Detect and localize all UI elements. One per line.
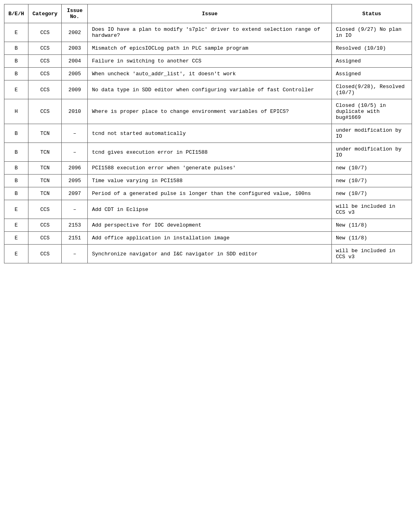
cell-category: CCS — [28, 42, 62, 55]
table-row: BCCS2003Mismatch of epicsIOCLog path in … — [4, 42, 412, 55]
cell-issue: Time value varying in PCI1588 — [88, 175, 332, 187]
cell-status: under modification by IO — [332, 143, 412, 162]
cell-issue: Add office application in installation i… — [88, 232, 332, 245]
cell-issue-no: 2097 — [62, 187, 88, 200]
cell-issue: Synchronize navigator and I&C navigator … — [88, 245, 332, 263]
cell-status: new (10/7) — [332, 175, 412, 187]
table-row: BTCN2097Period of a generated pulse is l… — [4, 187, 412, 200]
cell-status: under modification by IO — [332, 124, 412, 143]
table-row: ECCS–Synchronize navigator and I&C navig… — [4, 245, 412, 263]
table-row: BTCN2095Time value varying in PCI1588new… — [4, 175, 412, 187]
table-row: ECCS2002Does IO have a plan to modify 's… — [4, 23, 412, 42]
table-row: BTCN–tcnd not started automaticallyunder… — [4, 124, 412, 143]
cell-category: TCN — [28, 143, 62, 162]
cell-issue: Add CDT in Eclipse — [88, 200, 332, 219]
cell-beh: E — [4, 23, 28, 42]
cell-beh: B — [4, 124, 28, 143]
cell-status: Assigned — [332, 68, 412, 80]
table-row: BTCN2096PCI1588 execution error when 'ge… — [4, 162, 412, 175]
cell-issue-no: 2153 — [62, 219, 88, 232]
cell-issue-no: 2096 — [62, 162, 88, 175]
cell-category: TCN — [28, 187, 62, 200]
cell-issue-no: – — [62, 200, 88, 219]
cell-status: new (10/7) — [332, 162, 412, 175]
cell-category: CCS — [28, 68, 62, 80]
cell-issue: Does IO have a plan to modify 's7plc' dr… — [88, 23, 332, 42]
cell-issue: Failure in switching to another CCS — [88, 55, 332, 68]
cell-beh: E — [4, 232, 28, 245]
cell-beh: E — [4, 219, 28, 232]
cell-category: CCS — [28, 55, 62, 68]
cell-category: CCS — [28, 99, 62, 124]
table-row: BCCS2005When uncheck 'auto_addr_list', i… — [4, 68, 412, 80]
cell-beh: H — [4, 99, 28, 124]
cell-beh: E — [4, 200, 28, 219]
cell-status: Closed (9/27) No plan in IO — [332, 23, 412, 42]
cell-beh: B — [4, 143, 28, 162]
issues-table: B/E/H Category Issue No. Issue Status EC… — [4, 4, 412, 263]
cell-status: will be included in CCS v3 — [332, 245, 412, 263]
cell-issue-no: – — [62, 143, 88, 162]
cell-status: Closed (10/5) in duplicate with bug#1669 — [332, 99, 412, 124]
cell-issue: When uncheck 'auto_addr_list', it doesn'… — [88, 68, 332, 80]
cell-beh: E — [4, 80, 28, 99]
cell-category: CCS — [28, 219, 62, 232]
cell-issue-no: 2095 — [62, 175, 88, 187]
table-row: HCCS2010Where is proper place to change … — [4, 99, 412, 124]
cell-status: Resolved (10/10) — [332, 42, 412, 55]
cell-beh: B — [4, 55, 28, 68]
cell-issue: Add perspective for IOC development — [88, 219, 332, 232]
cell-issue-no: – — [62, 245, 88, 263]
cell-beh: B — [4, 175, 28, 187]
cell-beh: B — [4, 187, 28, 200]
cell-status: New (11/8) — [332, 232, 412, 245]
cell-status: New (11/8) — [332, 219, 412, 232]
header-issue: Issue — [88, 4, 332, 23]
cell-issue-no: 2004 — [62, 55, 88, 68]
header-issue-no: Issue No. — [62, 4, 88, 23]
cell-issue-no: – — [62, 124, 88, 143]
cell-category: TCN — [28, 162, 62, 175]
cell-category: CCS — [28, 23, 62, 42]
cell-issue-no: 2010 — [62, 99, 88, 124]
cell-status: new (10/7) — [332, 187, 412, 200]
cell-issue-no: 2003 — [62, 42, 88, 55]
cell-issue-no: 2151 — [62, 232, 88, 245]
cell-issue: PCI1588 execution error when 'generate p… — [88, 162, 332, 175]
cell-beh: E — [4, 245, 28, 263]
cell-category: CCS — [28, 200, 62, 219]
cell-status: Closed(9/28), Resolved (10/7) — [332, 80, 412, 99]
cell-issue: Period of a generated pulse is longer th… — [88, 187, 332, 200]
cell-issue-no: 2005 — [62, 68, 88, 80]
header-category: Category — [28, 4, 62, 23]
cell-issue: tcnd gives execution error in PCI1588 — [88, 143, 332, 162]
table-row: ECCS2151Add office application in instal… — [4, 232, 412, 245]
header-status: Status — [332, 4, 412, 23]
cell-status: will be included in CCS v3 — [332, 200, 412, 219]
table-row: BCCS2004Failure in switching to another … — [4, 55, 412, 68]
cell-issue-no: 2009 — [62, 80, 88, 99]
cell-issue: No data type in SDD editor when configur… — [88, 80, 332, 99]
cell-issue: Mismatch of epicsIOCLog path in PLC samp… — [88, 42, 332, 55]
table-row: ECCS2009No data type in SDD editor when … — [4, 80, 412, 99]
table-row: ECCS–Add CDT in Eclipsewill be included … — [4, 200, 412, 219]
cell-beh: B — [4, 42, 28, 55]
table-row: ECCS2153Add perspective for IOC developm… — [4, 219, 412, 232]
cell-category: CCS — [28, 245, 62, 263]
cell-category: CCS — [28, 232, 62, 245]
cell-beh: B — [4, 68, 28, 80]
cell-issue-no: 2002 — [62, 23, 88, 42]
cell-category: TCN — [28, 124, 62, 143]
cell-beh: B — [4, 162, 28, 175]
header-beh: B/E/H — [4, 4, 28, 23]
cell-issue: tcnd not started automatically — [88, 124, 332, 143]
cell-category: TCN — [28, 175, 62, 187]
cell-category: CCS — [28, 80, 62, 99]
table-row: BTCN–tcnd gives execution error in PCI15… — [4, 143, 412, 162]
cell-issue: Where is proper place to change environm… — [88, 99, 332, 124]
cell-status: Assigned — [332, 55, 412, 68]
